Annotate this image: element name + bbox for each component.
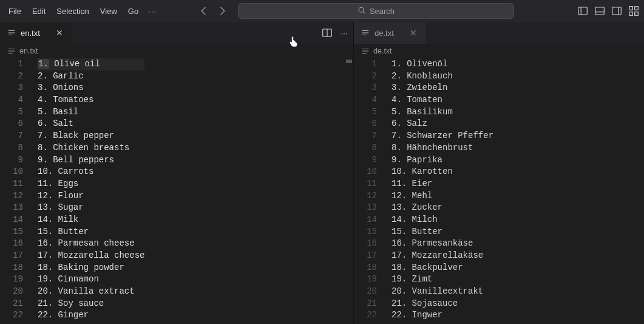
code-line[interactable]: 9. Bell peppers (38, 154, 144, 167)
code-line[interactable]: 9. Paprika (391, 154, 493, 167)
menu-edit[interactable]: Edit (27, 4, 50, 18)
code-line[interactable]: 20. Vanilleextrakt (391, 286, 493, 298)
code-line[interactable]: 11. Eggs (38, 178, 144, 190)
code-line[interactable]: 17. Mozzarella cheese (38, 250, 144, 262)
code-line[interactable]: 5. Basilikum (391, 106, 493, 119)
code-line[interactable]: 20. Vanilla extract (38, 286, 144, 298)
layout-toggle-panel-icon[interactable] (594, 5, 605, 16)
code-line[interactable]: 21. Sojasauce (391, 298, 493, 310)
file-icon (361, 47, 370, 55)
code-line[interactable]: 22. Ginger (38, 309, 144, 322)
svg-rect-2 (578, 7, 588, 15)
code-line[interactable]: 1. Olive oil (38, 58, 144, 71)
line-number: 8 (0, 142, 23, 154)
breadcrumb-left[interactable]: en.txt (0, 44, 353, 58)
search-icon (358, 6, 366, 16)
code-line[interactable]: 3. Onions (38, 82, 144, 94)
close-icon[interactable]: ✕ (53, 28, 66, 38)
code-line[interactable]: 12. Mehl (391, 190, 493, 202)
more-actions-icon[interactable]: ··· (339, 27, 350, 38)
svg-rect-8 (629, 7, 633, 10)
code-line[interactable]: 14. Milch (391, 214, 493, 226)
code-line[interactable]: 3. Zwiebeln (391, 82, 493, 94)
menu-go[interactable]: Go (123, 4, 143, 18)
code-line[interactable]: 22. Ingwer (391, 309, 493, 322)
code-line[interactable]: 8. Hähnchenbrust (391, 142, 493, 154)
menu-selection[interactable]: Selection (52, 4, 93, 18)
code-line[interactable]: 18. Backpulver (391, 262, 493, 274)
svg-rect-11 (635, 12, 639, 16)
line-number: 4 (0, 94, 23, 106)
split-editor-icon[interactable] (322, 27, 333, 38)
code-line[interactable]: 12. Flour (38, 190, 144, 202)
minimap-left[interactable] (345, 58, 353, 324)
line-number: 8 (354, 142, 377, 154)
layout-toggle-sidebar-right-icon[interactable] (611, 5, 622, 16)
code-line[interactable]: 11. Eier (391, 178, 493, 190)
code-line[interactable]: 19. Cinnamon (38, 274, 144, 286)
code-line[interactable]: 4. Tomatoes (38, 94, 144, 106)
code-line[interactable]: 6. Salt (38, 118, 144, 130)
editor-left[interactable]: 12345678910111213141516171819202122 1. O… (0, 58, 353, 324)
nav-back-icon[interactable] (198, 5, 210, 17)
code-line[interactable]: 17. Mozzarellakäse (391, 250, 493, 262)
code-line[interactable]: 10. Karotten (391, 166, 493, 178)
code-line[interactable]: 15. Butter (38, 226, 144, 238)
code-line[interactable]: 10. Carrots (38, 166, 144, 178)
menu-file[interactable]: File (4, 4, 26, 18)
editor-pane-right: de.txt ✕ de.txt 123456789101112131415161… (354, 22, 644, 324)
svg-rect-6 (612, 7, 622, 15)
line-number: 21 (354, 298, 377, 310)
code-line[interactable]: 7. Schwarzer Pfeffer (391, 130, 493, 142)
code-line[interactable]: 16. Parmesan cheese (38, 238, 144, 250)
svg-rect-4 (595, 7, 605, 15)
line-number: 6 (0, 118, 23, 130)
code-line[interactable]: 14. Milk (38, 214, 144, 226)
line-number: 7 (354, 130, 377, 142)
minimap-right[interactable] (636, 58, 644, 324)
line-number: 5 (354, 106, 377, 119)
tab-label: de.txt (375, 29, 394, 38)
code-line[interactable]: 1. Olivenöl (391, 58, 493, 71)
menu-view[interactable]: View (95, 4, 122, 18)
menu-overflow-icon[interactable]: ··· (144, 4, 160, 18)
code-line[interactable]: 2. Knoblauch (391, 71, 493, 83)
layout-toggle-sidebar-left-icon[interactable] (577, 5, 588, 16)
code-line[interactable]: 8. Chicken breasts (38, 142, 144, 154)
line-number: 18 (0, 262, 23, 274)
code-line[interactable]: 21. Soy sauce (38, 298, 144, 310)
line-number: 3 (354, 82, 377, 94)
line-number: 20 (354, 286, 377, 298)
code-line[interactable]: 7. Black pepper (38, 130, 144, 142)
editor-right[interactable]: 12345678910111213141516171819202122 1. O… (354, 58, 644, 324)
tab-en-txt[interactable]: en.txt ✕ (0, 22, 72, 44)
workbench: en.txt ✕ ··· en.txt 12345678910111213141… (0, 22, 644, 324)
line-number: 6 (354, 118, 377, 130)
line-number: 20 (0, 286, 23, 298)
line-number: 14 (354, 214, 377, 226)
line-number: 7 (0, 130, 23, 142)
search-input[interactable]: Search (238, 3, 514, 19)
layout-customize-icon[interactable] (628, 5, 639, 16)
close-icon[interactable]: ✕ (407, 28, 419, 38)
tab-de-txt[interactable]: de.txt ✕ (354, 22, 425, 44)
file-icon (7, 29, 16, 37)
breadcrumb-right[interactable]: de.txt (354, 44, 644, 58)
title-bar: File Edit Selection View Go ··· Search (0, 0, 644, 22)
code-line[interactable]: 18. Baking powder (38, 262, 144, 274)
nav-forward-icon[interactable] (216, 5, 228, 17)
line-number: 1 (0, 58, 23, 71)
line-number: 1 (354, 58, 377, 71)
code-line[interactable]: 16. Parmesankäse (391, 238, 493, 250)
line-number: 11 (0, 178, 23, 190)
code-line[interactable]: 13. Zucker (391, 202, 493, 214)
code-line[interactable]: 13. Sugar (38, 202, 144, 214)
code-line[interactable]: 4. Tomaten (391, 94, 493, 106)
code-line[interactable]: 2. Garlic (38, 71, 144, 83)
code-line[interactable]: 19. Zimt (391, 274, 493, 286)
code-line[interactable]: 5. Basil (38, 106, 144, 119)
line-number: 3 (0, 82, 23, 94)
code-line[interactable]: 6. Salz (391, 118, 493, 130)
line-number: 15 (0, 226, 23, 238)
code-line[interactable]: 15. Butter (391, 226, 493, 238)
